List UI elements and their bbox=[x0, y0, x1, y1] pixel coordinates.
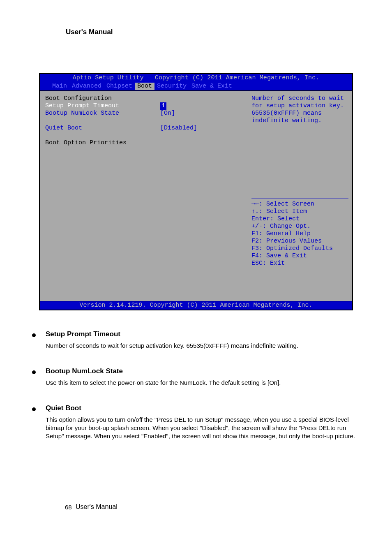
legend-select-screen: →←: Select Screen bbox=[251, 201, 348, 208]
boot-priorities-header: Boot Option Priorities bbox=[45, 139, 160, 147]
page-header: User's Manual bbox=[66, 28, 360, 36]
bios-body: Boot Configuration Setup Prompt Timeout … bbox=[40, 90, 352, 301]
legend-change: +/-: Change Opt. bbox=[251, 223, 348, 230]
legend-f1: F1: General Help bbox=[251, 230, 348, 238]
setup-prompt-label[interactable]: Setup Prompt Timeout bbox=[45, 102, 160, 110]
bios-footer: Version 2.14.1219. Copyright (C) 2011 Am… bbox=[40, 301, 352, 310]
legend-separator bbox=[251, 199, 348, 199]
menu-save-exit[interactable]: Save & Exit bbox=[189, 83, 235, 90]
bullet-title: Setup Prompt Timeout bbox=[46, 330, 360, 338]
numlock-value[interactable]: [On] bbox=[160, 110, 175, 117]
legend-f3: F3: Optimized Defaults bbox=[251, 245, 348, 252]
notes-section: Setup Prompt Timeout Number of seconds t… bbox=[32, 330, 360, 451]
bullet-body: This option allows you to turn on/off th… bbox=[46, 416, 360, 440]
bios-left-panel: Boot Configuration Setup Prompt Timeout … bbox=[40, 91, 248, 301]
page-number: 68 bbox=[65, 504, 72, 511]
menu-boot[interactable]: Boot bbox=[135, 83, 154, 90]
legend-esc: ESC: Exit bbox=[251, 260, 348, 267]
bullet-icon bbox=[32, 407, 36, 411]
bullet-title: Quiet Boot bbox=[46, 404, 360, 412]
bullet-body: Number of seconds to wait for setup acti… bbox=[46, 342, 360, 350]
menu-main[interactable]: Main bbox=[50, 83, 69, 90]
bios-help-text: Number of seconds to wait for setup acti… bbox=[251, 95, 348, 125]
bullet-setup-prompt: Setup Prompt Timeout Number of seconds t… bbox=[32, 330, 360, 361]
legend-f4: F4: Save & Exit bbox=[251, 252, 348, 260]
bullet-title: Bootup NumLock State bbox=[46, 367, 360, 375]
legend-f2: F2: Previous Values bbox=[251, 238, 348, 245]
bios-right-panel: Number of seconds to wait for setup acti… bbox=[248, 91, 352, 301]
menu-advanced[interactable]: Advanced bbox=[69, 83, 104, 90]
bios-legend: →←: Select Screen ↑↓: Select Item Enter:… bbox=[251, 201, 348, 267]
quiet-boot-label[interactable]: Quiet Boot bbox=[45, 125, 160, 132]
bios-screenshot: Aptio Setup Utility – Copyright (C) 2011… bbox=[39, 73, 353, 310]
quiet-boot-value[interactable]: [Disabled] bbox=[160, 125, 197, 132]
legend-enter: Enter: Select bbox=[251, 215, 348, 223]
bullet-icon bbox=[32, 370, 36, 374]
bullet-numlock: Bootup NumLock State Use this item to se… bbox=[32, 367, 360, 398]
bios-menubar: Main Advanced Chipset Boot Security Save… bbox=[40, 82, 352, 90]
bullet-body: Use this item to select the power-on sta… bbox=[46, 379, 360, 387]
page-footer: User's Manual bbox=[76, 503, 118, 511]
menu-security[interactable]: Security bbox=[154, 83, 189, 90]
bullet-icon bbox=[32, 333, 36, 337]
legend-select-item: ↑↓: Select Item bbox=[251, 208, 348, 215]
menu-chipset[interactable]: Chipset bbox=[104, 83, 135, 90]
boot-config-header: Boot Configuration bbox=[45, 95, 160, 102]
numlock-label[interactable]: Bootup NumLock State bbox=[45, 110, 160, 117]
bullet-quiet-boot: Quiet Boot This option allows you to tur… bbox=[32, 404, 360, 451]
bios-title: Aptio Setup Utility – Copyright (C) 2011… bbox=[40, 74, 352, 82]
setup-prompt-value[interactable]: 1 bbox=[160, 102, 166, 110]
